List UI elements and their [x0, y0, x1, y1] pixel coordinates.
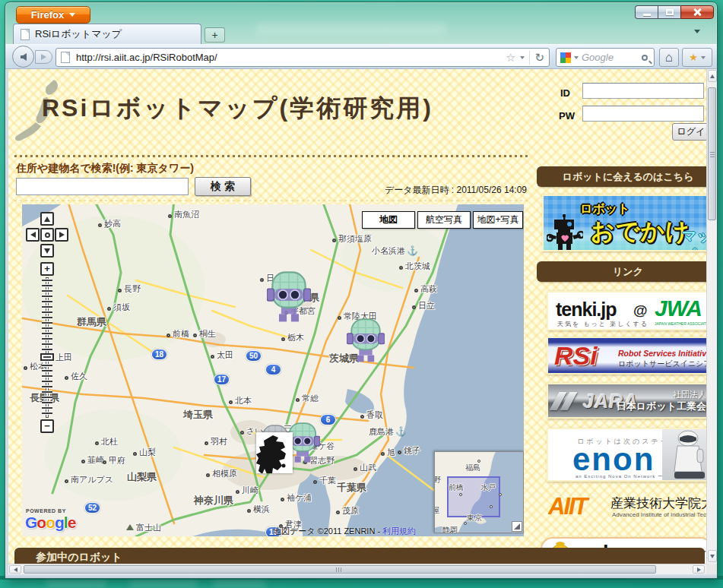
- terms-link[interactable]: 利用規約: [382, 526, 416, 536]
- reload-icon[interactable]: ↻: [534, 51, 544, 65]
- banner-tenki-jp[interactable]: tenki.jp @ 天気を もっと 楽しくする JWA JAPAN WEATH…: [547, 291, 706, 330]
- zoom-tick: [42, 375, 52, 377]
- maximize-button[interactable]: [658, 5, 680, 19]
- google-engine-icon[interactable]: [560, 52, 571, 63]
- url-text[interactable]: http://rsi.aiit.ac.jp/RSiRobotMap/: [76, 52, 499, 63]
- pan-left-button[interactable]: [26, 228, 40, 242]
- close-button[interactable]: [680, 5, 714, 19]
- sidebar-header-meet: ロボットに会えるのはこちら: [537, 166, 706, 187]
- map-label-city: 山武: [354, 462, 376, 473]
- jara-line1: 社団法人: [673, 389, 706, 400]
- login-button[interactable]: ログイン: [672, 123, 706, 141]
- navigation-toolbar: http://rsi.aiit.ac.jp/RSiRobotMap/ ☆ ↻ G…: [5, 44, 718, 69]
- web-search-placeholder[interactable]: Google: [582, 52, 639, 63]
- overview-minimap[interactable]: 福島前橋水戸東京静岡長野屋: [434, 451, 524, 533]
- home-button[interactable]: ⌂: [659, 48, 679, 67]
- forward-button[interactable]: [35, 50, 52, 64]
- id-field[interactable]: [582, 83, 704, 99]
- map-label-city: 北杜: [95, 436, 118, 447]
- scroll-up-button[interactable]: [708, 70, 717, 82]
- banner-enon[interactable]: ロボットは次のステージへ enon an Exciting Nova On Ne…: [547, 428, 706, 482]
- map-label-city: 袖ケ浦: [281, 492, 312, 504]
- vertical-scrollbar[interactable]: [706, 69, 717, 564]
- map-canvas[interactable]: 妙高南魚沼長野須坂群馬県前橋桐生上田佐久松本長野県日光那須塩原小名浜港⚓北茨城高…: [22, 204, 524, 536]
- route-shield: 50: [246, 350, 262, 362]
- minimap-collapse-button[interactable]: [512, 521, 522, 532]
- zoom-out-button[interactable]: −: [40, 419, 54, 433]
- horizontal-scroll-thumb[interactable]: [24, 565, 656, 574]
- minimap-label: 前橋: [449, 482, 464, 493]
- map-label-city: 銚子: [398, 445, 420, 457]
- map-label-city: 北茨城: [399, 261, 430, 272]
- minimap-label-layer: 福島前橋水戸東京静岡長野屋: [435, 452, 523, 533]
- zoom-tick: [42, 317, 52, 318]
- arrow-down-icon: [710, 555, 715, 558]
- zoom-tick: [42, 386, 52, 387]
- scroll-left-button[interactable]: [9, 565, 21, 574]
- tab-list-arrow-icon[interactable]: [694, 30, 700, 33]
- tab-title: RSiロボットマップ: [35, 27, 122, 41]
- bookmarks-button[interactable]: ★: [682, 48, 712, 67]
- banner-jara[interactable]: JARA 社団法人 日本ロボット工業会: [547, 383, 706, 419]
- minimap-city-dot: [499, 493, 502, 496]
- map-label-city: 茂原: [336, 505, 359, 517]
- banner-aiit[interactable]: AIIT 産業技術大学院大学 Advanced Institute of Ind…: [548, 492, 706, 526]
- maptype-map-button[interactable]: 地図: [362, 211, 415, 229]
- window-bottom-edge[interactable]: [5, 574, 718, 579]
- titlebar[interactable]: Firefox RSiロボットマップ +: [5, 2, 718, 44]
- scroll-down-button[interactable]: [708, 550, 717, 562]
- maptype-hybrid-button[interactable]: 地図+写真: [473, 211, 523, 229]
- search-button[interactable]: 検 索: [195, 177, 251, 196]
- bookmark-star-icon[interactable]: ☆: [506, 51, 515, 65]
- copyright-text: 地図データ ©2011 ZENRIN -: [273, 526, 382, 536]
- new-tab-button[interactable]: +: [205, 27, 225, 43]
- zoom-tick: [42, 296, 52, 297]
- data-updated-timestamp: データ最新日時 : 2011/05/26 14:09: [358, 184, 527, 197]
- map-label-city: 韮崎: [81, 454, 104, 466]
- web-search-box[interactable]: Google: [556, 48, 655, 67]
- pan-down-button[interactable]: [40, 244, 54, 258]
- url-bar[interactable]: http://rsi.aiit.ac.jp/RSiRobotMap/ ☆ ↻: [55, 48, 550, 67]
- vertical-scroll-thumb[interactable]: [708, 87, 716, 220]
- pan-up-button[interactable]: [40, 212, 54, 226]
- search-label: 住所や建物名で検索!(例: 東京タワー): [16, 162, 194, 175]
- banner-rsi[interactable]: RSi Robot Services Initiative ロボットサービスイニ…: [547, 337, 706, 375]
- bookmark-icon: ★: [689, 52, 698, 63]
- horizontal-scrollbar[interactable]: [8, 564, 706, 574]
- dotted-divider: [14, 200, 528, 201]
- pan-center-button[interactable]: [40, 228, 54, 242]
- map-label-city: 北本: [229, 395, 252, 406]
- page-title: RSiロボットマップ(学術研究用): [42, 92, 433, 125]
- robot-marker[interactable]: [267, 271, 311, 323]
- address-search-input[interactable]: [16, 178, 189, 195]
- url-dropdown-icon[interactable]: [520, 56, 525, 59]
- google-logo[interactable]: Google: [25, 514, 75, 532]
- arrow-up-icon: [710, 74, 715, 78]
- back-button[interactable]: [12, 46, 34, 68]
- map-label-city: 旭: [381, 447, 395, 458]
- dotted-divider: [14, 155, 528, 157]
- minimize-button[interactable]: [635, 5, 658, 19]
- robot-marker[interactable]: [347, 318, 385, 363]
- pan-right-button[interactable]: [55, 228, 68, 242]
- maptype-satellite-button[interactable]: 航空写真: [417, 211, 471, 229]
- background-window-blur: [256, 24, 446, 34]
- search-icon[interactable]: [642, 55, 648, 61]
- marker-cluster-box[interactable]: [256, 432, 293, 473]
- zoom-in-button[interactable]: +: [40, 262, 54, 276]
- search-engine-dropdown-icon[interactable]: [574, 56, 579, 59]
- map-label-city: 太田: [211, 349, 233, 361]
- map-label-city: 南アルプス: [65, 474, 113, 485]
- rsi-line1: Robot Services Initiative: [618, 349, 706, 358]
- firefox-menu-button[interactable]: Firefox: [16, 6, 90, 24]
- tab-rsi-robot-map[interactable]: RSiロボットマップ: [13, 24, 201, 44]
- banner-odekake-map[interactable]: ロボット おでかけ マップ: [542, 194, 706, 251]
- map-copyright: 地図データ ©2011 ZENRIN - 利用規約: [273, 526, 416, 536]
- zoom-tick: [42, 343, 52, 345]
- map-label-city: 山梨: [133, 447, 156, 458]
- google-logo-letter: G: [25, 514, 36, 531]
- pw-field[interactable]: [582, 106, 704, 122]
- zoom-tick: [42, 370, 52, 371]
- scroll-right-button[interactable]: [693, 565, 705, 574]
- zoom-slider-thumb[interactable]: [40, 353, 54, 361]
